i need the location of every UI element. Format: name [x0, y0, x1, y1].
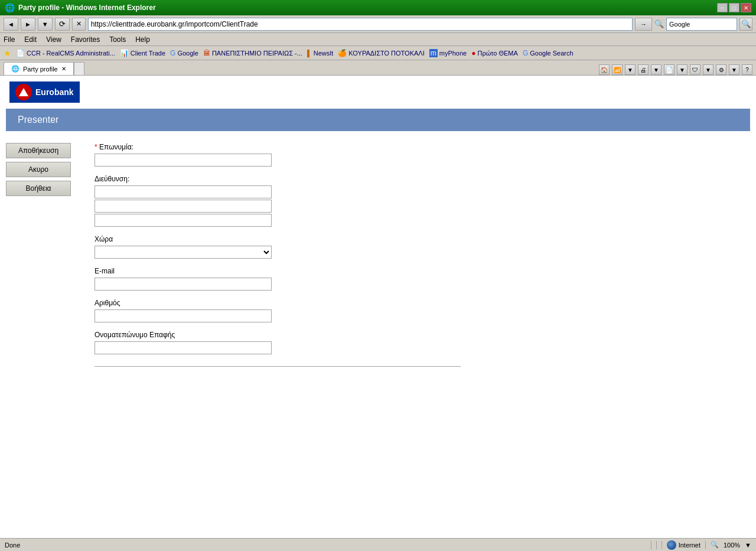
tab-bar: 🌐 Party profile ✕ 🏠 📶 ▼ 🖨 ▼ 📄 ▼ 🛡 ▼ ⚙ ▼ …	[0, 60, 756, 76]
onomateponimo-label: Ονοματεπώνυμο Επαφής	[94, 331, 750, 339]
tab-icon: 🌐	[11, 65, 19, 73]
fav-piraeus-icon: 🏛	[203, 49, 210, 57]
go-button[interactable]: →	[635, 18, 652, 31]
window-controls: − □ ✕	[717, 3, 751, 12]
menu-file[interactable]: File	[4, 35, 15, 44]
safety-dropdown[interactable]: ▼	[703, 64, 713, 75]
required-star: *	[94, 143, 97, 151]
email-label: E-mail	[94, 267, 750, 275]
save-button[interactable]: Αποθήκευση	[6, 143, 71, 158]
menu-tools[interactable]: Tools	[109, 35, 126, 44]
print-button[interactable]: 🖨	[638, 64, 649, 75]
eurobank-text: Eurobank	[35, 87, 74, 97]
tab-new[interactable]	[74, 62, 84, 75]
toolbar-dropdown1[interactable]: ▼	[625, 64, 636, 75]
form-fields: * Επωνυμία: Διεύθυνση: Χώρα	[83, 143, 750, 379]
email-row: E-mail	[94, 267, 750, 291]
search-label: 🔍	[654, 19, 664, 28]
fav-googlesearch-icon: G	[523, 49, 528, 57]
diefthinsi-label: Διεύθυνση:	[94, 175, 750, 183]
refresh-button[interactable]: ⟳	[55, 18, 70, 31]
tab-party-profile[interactable]: 🌐 Party profile ✕	[4, 62, 74, 75]
fav-piraeus[interactable]: 🏛 ΠΑΝΕΠΙΣΤΗΜΙΟ ΠΕΙΡΑΙΩΣ -...	[203, 49, 302, 57]
print-dropdown[interactable]: ▼	[651, 64, 662, 75]
page-dropdown[interactable]: ▼	[677, 64, 687, 75]
menu-help[interactable]: Help	[135, 35, 150, 44]
favorites-bar: ★ 📄 CCR - RealCMS Administrati... 📊 Clie…	[0, 46, 756, 60]
sidebar-buttons: Αποθήκευση Ακυρο Βοήθεια	[6, 143, 71, 379]
fav-google-icon: G	[170, 49, 175, 57]
window-title: Party profile - Windows Internet Explore…	[18, 4, 156, 12]
chora-select[interactable]	[94, 246, 272, 259]
tools-dropdown[interactable]: ▼	[729, 64, 739, 75]
safety-button[interactable]: 🛡	[690, 64, 700, 75]
presenter-header: Presenter	[6, 109, 750, 131]
form-divider	[94, 366, 461, 367]
arithmos-input[interactable]	[94, 309, 272, 322]
fav-myphone-icon: m	[429, 49, 438, 57]
fav-google[interactable]: G Google	[170, 49, 198, 57]
fav-protothema-icon: ●	[471, 49, 475, 57]
diefthinsi-inputs	[94, 185, 750, 227]
eponymia-label: * Επωνυμία:	[94, 143, 750, 151]
eurobank-header: Eurobank	[0, 76, 756, 109]
eurobank-logo: Eurobank	[9, 81, 80, 103]
fav-google-search[interactable]: G Google Search	[523, 49, 573, 57]
fav-ccr-icon: 📄	[16, 49, 25, 57]
page-button[interactable]: 📄	[664, 64, 674, 75]
help-button[interactable]: ?	[742, 64, 752, 75]
favorites-star: ★	[4, 48, 11, 58]
fav-kouradisto-icon: 🍊	[338, 49, 347, 57]
search-button[interactable]: 🔍	[739, 18, 752, 31]
main-content: Eurobank Presenter Αποθήκευση Ακυρο Βοήθ…	[0, 76, 756, 523]
cancel-button[interactable]: Ακυρο	[6, 162, 71, 177]
help-button[interactable]: Βοήθεια	[6, 181, 71, 196]
fav-clienttrade-icon: 📊	[120, 49, 129, 57]
address-input[interactable]	[88, 18, 633, 31]
arithmos-row: Αριθμός	[94, 299, 750, 322]
forward-button[interactable]: ►	[21, 18, 35, 31]
tab-label: Party profile	[23, 66, 58, 73]
fav-ccr[interactable]: 📄 CCR - RealCMS Administrati...	[16, 49, 115, 57]
arithmos-label: Αριθμός	[94, 299, 750, 307]
menu-view[interactable]: View	[46, 35, 61, 44]
back-button[interactable]: ◄	[4, 18, 18, 31]
diefthinsi-input-3[interactable]	[94, 214, 272, 227]
presenter-title: Presenter	[18, 115, 58, 125]
form-area: Αποθήκευση Ακυρο Βοήθεια * Επωνυμία: Διε…	[0, 131, 756, 390]
menu-bar: File Edit View Favorites Tools Help	[0, 33, 756, 46]
rss-button[interactable]: 📶	[612, 64, 623, 75]
fav-kouradisto[interactable]: 🍊 ΚΟΥΡΑΔΙΣΤΟ ΠΟΤΟΚΑΛΙ	[338, 49, 424, 57]
restore-button[interactable]: □	[729, 3, 739, 12]
chora-label: Χώρα	[94, 235, 750, 243]
chora-row: Χώρα	[94, 235, 750, 259]
tab-toolbar: 🏠 📶 ▼ 🖨 ▼ 📄 ▼ 🛡 ▼ ⚙ ▼ ?	[599, 64, 756, 75]
fav-clienttrade[interactable]: 📊 Client Trade	[120, 49, 165, 57]
onomateponimo-input[interactable]	[94, 341, 272, 354]
fav-newsit-icon: ▌	[307, 50, 312, 57]
title-bar-left: 🌐 Party profile - Windows Internet Explo…	[5, 3, 156, 12]
eponymia-input[interactable]	[94, 154, 272, 167]
search-input[interactable]	[666, 18, 737, 31]
onomateponimo-row: Ονοματεπώνυμο Επαφής	[94, 331, 750, 354]
eponymia-row: * Επωνυμία:	[94, 143, 750, 167]
address-bar: ◄ ► ▼ ⟳ ✕ → 🔍 🔍	[0, 15, 756, 33]
home-button[interactable]: 🏠	[599, 64, 610, 75]
title-bar: 🌐 Party profile - Windows Internet Explo…	[0, 0, 756, 15]
fav-myphone[interactable]: m myPhone	[429, 49, 467, 57]
minimize-button[interactable]: −	[717, 3, 728, 12]
menu-favorites[interactable]: Favorites	[71, 35, 100, 44]
stop-button[interactable]: ✕	[72, 18, 86, 31]
diefthinsi-input-2[interactable]	[94, 200, 272, 213]
tab-close-button[interactable]: ✕	[61, 66, 66, 72]
eurobank-icon	[15, 84, 32, 100]
diefthinsi-row: Διεύθυνση:	[94, 175, 750, 227]
dropdown-button[interactable]: ▼	[38, 18, 53, 31]
diefthinsi-input-1[interactable]	[94, 185, 272, 198]
menu-edit[interactable]: Edit	[24, 35, 37, 44]
email-input[interactable]	[94, 278, 272, 291]
close-button[interactable]: ✕	[741, 3, 751, 12]
fav-proto-thema[interactable]: ● Πρώτο ΘΕΜΑ	[471, 49, 518, 57]
fav-newsit[interactable]: ▌ NewsIt	[307, 50, 333, 57]
tools-button[interactable]: ⚙	[716, 64, 726, 75]
